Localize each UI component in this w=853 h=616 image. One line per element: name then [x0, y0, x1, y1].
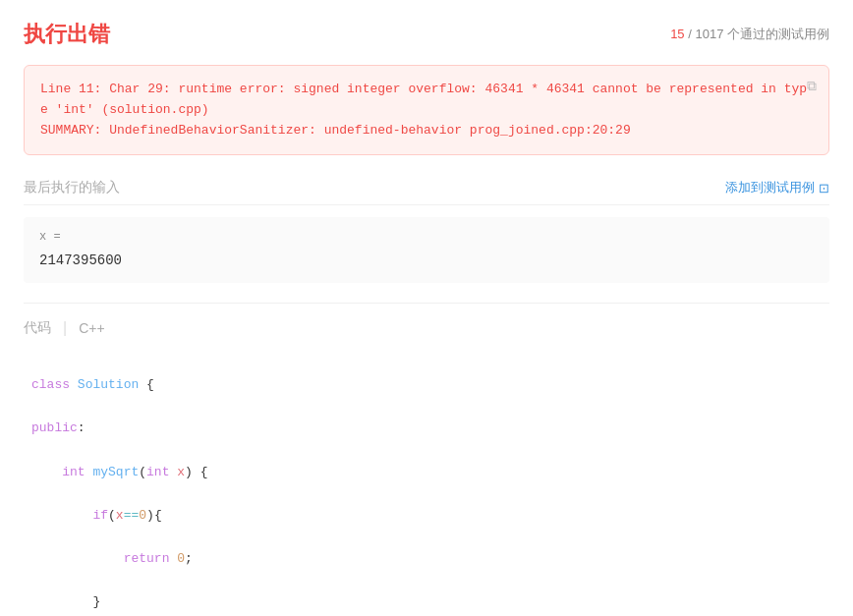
add-test-label: 添加到测试用例 [725, 179, 815, 196]
code-language: C++ [79, 320, 104, 336]
code-block: class Solution { public: int mySqrt(int … [24, 353, 829, 616]
passed-count: 15 [670, 27, 684, 41]
code-section: 代码 | C++ class Solution { public: int my… [24, 319, 829, 616]
code-section-header: 代码 | C++ [24, 319, 829, 337]
add-test-button[interactable]: 添加到测试用例 ⊡ [725, 179, 829, 196]
test-result-label: 个通过的测试用例 [727, 27, 829, 41]
error-message: Line 11: Char 29: runtime error: signed … [40, 80, 813, 140]
page-header: 执行出错 15 / 1017 个通过的测试用例 [24, 20, 829, 49]
code-line: class Solution { [31, 353, 822, 396]
page-title: 执行出错 [24, 20, 110, 49]
test-result-info: 15 / 1017 个通过的测试用例 [670, 26, 829, 43]
var-name: x = [39, 227, 814, 249]
last-input-section: 最后执行的输入 添加到测试用例 ⊡ x = 2147395600 [24, 179, 829, 283]
last-input-label: 最后执行的输入 [24, 179, 120, 196]
total-count: 1017 [695, 27, 723, 41]
code-line: } [31, 570, 822, 613]
divider [24, 303, 829, 304]
input-display: x = 2147395600 [24, 217, 829, 283]
code-line: int mySqrt(int x) { [31, 440, 822, 483]
last-input-header: 最后执行的输入 添加到测试用例 ⊡ [24, 179, 829, 205]
code-line: public: [31, 396, 822, 439]
code-line: return 0; [31, 527, 822, 570]
copy-icon[interactable]: ⧉ [807, 78, 817, 94]
add-test-icon: ⊡ [819, 181, 829, 196]
code-line: if(x==0){ [31, 483, 822, 527]
var-value: 2147395600 [39, 249, 814, 273]
code-label: 代码 [24, 319, 51, 337]
code-separator: | [63, 319, 67, 337]
error-box: Line 11: Char 29: runtime error: signed … [24, 65, 829, 155]
